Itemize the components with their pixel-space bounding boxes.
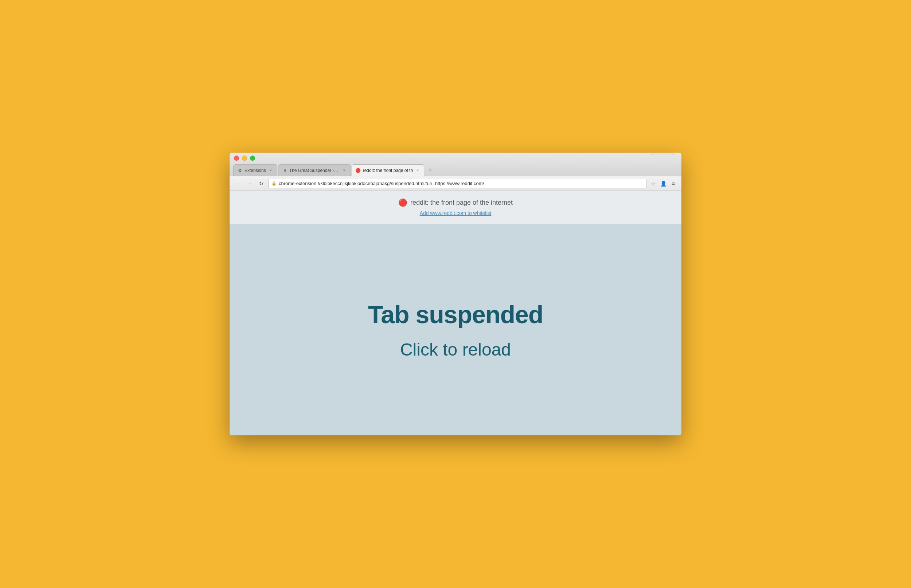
tab-title-extensions: Extensions — [244, 168, 266, 173]
tab-close-extensions[interactable]: × — [268, 168, 273, 173]
browser-window: Clean ⚙ Extensions × ⏸ The Great Suspend… — [229, 153, 682, 435]
page-body[interactable]: Tab suspended Click to reload — [229, 224, 682, 435]
whitelist-link[interactable]: Add www.reddit.com to whitelist — [420, 210, 491, 216]
extensions-button[interactable]: 👤 — [659, 179, 667, 188]
nav-right-icons: ☆ 👤 ≡ — [649, 179, 678, 188]
forward-button[interactable]: → — [245, 179, 254, 188]
site-title: reddit: the front page of the internet — [410, 199, 513, 207]
reload-button[interactable]: ↻ — [257, 179, 266, 188]
tab-favicon-extensions: ⚙ — [237, 168, 242, 173]
tab-extensions[interactable]: ⚙ Extensions × — [233, 164, 277, 176]
tab-close-great-suspender[interactable]: × — [342, 168, 347, 173]
menu-button[interactable]: ≡ — [669, 179, 678, 188]
reddit-icon: 🔴 — [398, 198, 407, 207]
tab-favicon-reddit: 🔴 — [355, 168, 361, 173]
tab-favicon-great-suspender: ⏸ — [282, 168, 287, 173]
close-window-button[interactable] — [234, 155, 239, 161]
tab-title-reddit: reddit: the front page of th — [363, 168, 413, 173]
title-bar: Clean ⚙ Extensions × ⏸ The Great Suspend… — [229, 153, 682, 176]
new-tab-button[interactable]: + — [425, 165, 435, 175]
traffic-lights — [234, 155, 255, 161]
address-bar[interactable]: 🔒 chrome-extension://klbibkeccnjlkjkiokj… — [268, 179, 646, 188]
tabs-row: ⚙ Extensions × ⏸ The Great Suspender - C… — [229, 162, 682, 176]
click-to-reload-text: Click to reload — [400, 339, 511, 360]
address-lock-icon: 🔒 — [271, 181, 276, 186]
tab-close-reddit[interactable]: × — [415, 168, 420, 173]
page-header: 🔴 reddit: the front page of the internet… — [229, 191, 682, 224]
title-bar-top: Clean — [229, 153, 682, 161]
nav-bar: ← → ↻ 🔒 chrome-extension://klbibkeccnjlk… — [229, 176, 682, 191]
bookmark-button[interactable]: ☆ — [649, 179, 657, 188]
site-title-row: 🔴 reddit: the front page of the internet — [237, 198, 674, 207]
desktop: Clean ⚙ Extensions × ⏸ The Great Suspend… — [0, 0, 911, 588]
tab-reddit[interactable]: 🔴 reddit: the front page of th × — [352, 164, 424, 176]
minimize-window-button[interactable] — [242, 155, 247, 161]
tab-suspended-heading: Tab suspended — [368, 300, 543, 329]
back-button[interactable]: ← — [233, 179, 243, 188]
clean-button[interactable]: Clean — [651, 153, 674, 155]
maximize-window-button[interactable] — [250, 155, 255, 161]
tab-great-suspender[interactable]: ⏸ The Great Suspender - Chi × — [278, 164, 351, 176]
address-text: chrome-extension://klbibkeccnjlkjkiokjod… — [279, 181, 643, 186]
tab-title-great-suspender: The Great Suspender - Chi — [289, 168, 340, 173]
